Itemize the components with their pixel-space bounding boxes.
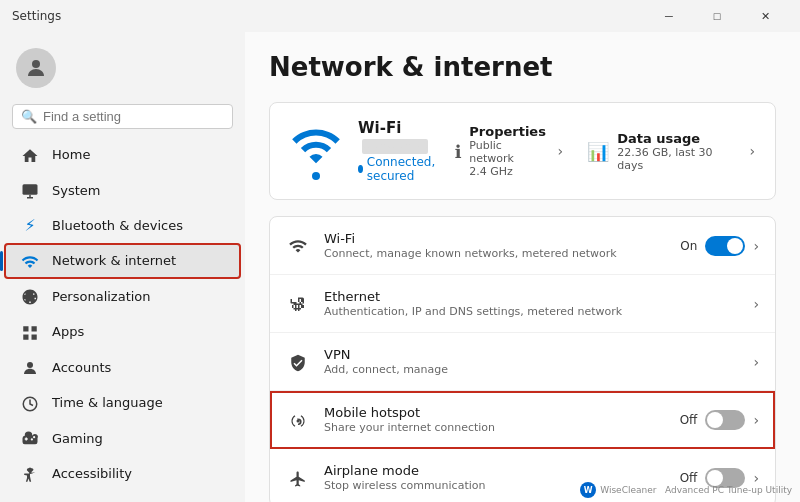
sidebar-item-personalization[interactable]: Personalization	[4, 279, 241, 315]
titlebar: Settings ─ □ ✕	[0, 0, 800, 32]
sidebar-item-accounts-label: Accounts	[52, 360, 111, 375]
svg-rect-1	[23, 184, 38, 195]
sidebar-item-gaming-label: Gaming	[52, 431, 103, 446]
titlebar-title: Settings	[12, 9, 61, 23]
maximize-button[interactable]: □	[694, 0, 740, 32]
wifi-hero-icon	[290, 122, 342, 180]
wifi-status: Connected, secured	[358, 155, 438, 183]
settings-item-wifi[interactable]: Wi-Fi Connect, manage known networks, me…	[270, 217, 775, 275]
settings-item-ethernet[interactable]: Ethernet Authentication, IP and DNS sett…	[270, 275, 775, 333]
sidebar-item-system[interactable]: System	[4, 173, 241, 209]
search-input[interactable]	[43, 109, 224, 124]
svg-rect-6	[23, 334, 28, 339]
sidebar-item-accounts[interactable]: Accounts	[4, 350, 241, 386]
close-button[interactable]: ✕	[742, 0, 788, 32]
apps-icon	[20, 322, 40, 342]
ethernet-chevron: ›	[753, 296, 759, 312]
svg-point-9	[27, 362, 33, 368]
bluetooth-icon: ⚡	[20, 216, 40, 235]
search-box[interactable]: 🔍	[12, 104, 233, 129]
search-icon: 🔍	[21, 109, 37, 124]
vpn-item-right: ›	[753, 354, 759, 370]
wifi-toggle-thumb	[727, 238, 743, 254]
watermark: W WiseCleaner Advanced PC Tune-up Utilit…	[580, 482, 792, 498]
sidebar-item-bluetooth-label: Bluetooth & devices	[52, 218, 183, 233]
sidebar-item-gaming[interactable]: Gaming	[4, 421, 241, 457]
settings-item-hotspot[interactable]: Mobile hotspot Share your internet conne…	[270, 391, 775, 449]
hotspot-item-text: Mobile hotspot Share your internet conne…	[324, 405, 666, 434]
wifi-item-text: Wi-Fi Connect, manage known networks, me…	[324, 231, 666, 260]
sidebar-item-network[interactable]: Network & internet	[4, 243, 241, 279]
wifi-data-usage[interactable]: 📊 Data usage 22.36 GB, last 30 days ›	[587, 124, 755, 178]
data-usage-icon: 📊	[587, 141, 609, 162]
wifi-icon	[286, 235, 310, 256]
network-icon	[20, 251, 40, 271]
sidebar-item-home[interactable]: Home	[4, 137, 241, 173]
hotspot-toggle-thumb	[707, 412, 723, 428]
wifi-status-dot	[358, 165, 363, 173]
sidebar-item-apps[interactable]: Apps	[4, 314, 241, 350]
wifi-hero-info: Wi-Fi •••••••• Connected, secured	[358, 119, 438, 183]
time-icon	[20, 393, 40, 413]
watermark-text: WiseCleaner Advanced PC Tune-up Utility	[600, 485, 792, 495]
app-body: 🔍 Home System ⚡ Bluetooth & devices	[0, 32, 800, 502]
hotspot-toggle[interactable]	[705, 410, 745, 430]
properties-icon: ℹ️	[454, 141, 461, 162]
watermark-logo: W	[580, 482, 596, 498]
svg-rect-8	[32, 334, 37, 339]
data-usage-chevron: ›	[749, 143, 755, 159]
network-settings-list: Wi-Fi Connect, manage known networks, me…	[269, 216, 776, 502]
sidebar-item-accessibility[interactable]: Accessibility	[4, 456, 241, 492]
page-title: Network & internet	[269, 52, 776, 82]
sidebar-item-network-label: Network & internet	[52, 253, 176, 268]
avatar[interactable]	[16, 48, 56, 88]
main-content: Network & internet Wi-Fi •••••••• Connec…	[245, 32, 800, 502]
svg-rect-7	[32, 326, 37, 331]
svg-point-0	[32, 60, 40, 68]
sidebar-item-bluetooth[interactable]: ⚡ Bluetooth & devices	[4, 208, 241, 243]
vpn-chevron: ›	[753, 354, 759, 370]
titlebar-controls: ─ □ ✕	[646, 0, 788, 32]
wifi-meta: ℹ️ Properties Public network 2.4 GHz › 📊…	[454, 124, 755, 178]
vpn-icon	[286, 351, 310, 372]
wifi-name: Wi-Fi ••••••••	[358, 119, 438, 155]
wifi-chevron: ›	[753, 238, 759, 254]
personalization-icon	[20, 287, 40, 307]
sidebar-item-time-label: Time & language	[52, 395, 163, 410]
hotspot-chevron: ›	[753, 412, 759, 428]
sidebar-item-home-label: Home	[52, 147, 90, 162]
ethernet-icon	[286, 293, 310, 314]
sidebar: 🔍 Home System ⚡ Bluetooth & devices	[0, 32, 245, 502]
ethernet-item-text: Ethernet Authentication, IP and DNS sett…	[324, 289, 739, 318]
svg-point-12	[297, 420, 300, 423]
sidebar-item-system-label: System	[52, 183, 100, 198]
sidebar-item-time[interactable]: Time & language	[4, 385, 241, 421]
sidebar-item-accessibility-label: Accessibility	[52, 466, 132, 481]
svg-rect-5	[23, 326, 28, 331]
vpn-item-text: VPN Add, connect, manage	[324, 347, 739, 376]
sidebar-item-apps-label: Apps	[52, 324, 84, 339]
wifi-hero-card[interactable]: Wi-Fi •••••••• Connected, secured ℹ️ Pro…	[269, 102, 776, 200]
minimize-button[interactable]: ─	[646, 0, 692, 32]
airplane-icon	[286, 467, 310, 488]
hotspot-item-right: Off ›	[680, 410, 759, 430]
hotspot-icon	[286, 409, 310, 430]
sidebar-avatar-section	[0, 40, 245, 104]
settings-item-vpn[interactable]: VPN Add, connect, manage ›	[270, 333, 775, 391]
system-icon	[20, 181, 40, 201]
sidebar-item-personalization-label: Personalization	[52, 289, 151, 304]
wifi-properties[interactable]: ℹ️ Properties Public network 2.4 GHz ›	[454, 124, 563, 178]
wifi-item-right: On ›	[680, 236, 759, 256]
home-icon	[20, 145, 40, 165]
accounts-icon	[20, 358, 40, 378]
ethernet-item-right: ›	[753, 296, 759, 312]
wifi-toggle[interactable]	[705, 236, 745, 256]
gaming-icon	[20, 429, 40, 449]
properties-chevron: ›	[558, 143, 564, 159]
accessibility-icon	[20, 464, 40, 484]
